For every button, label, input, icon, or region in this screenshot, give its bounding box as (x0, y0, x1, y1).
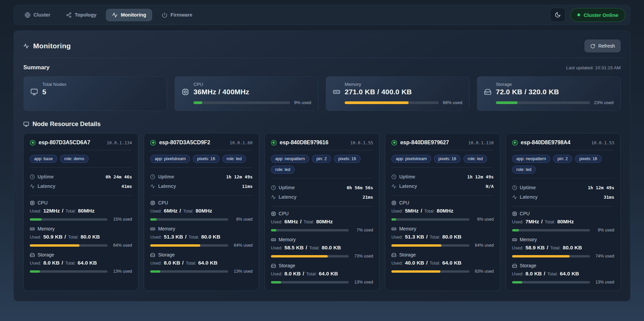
activity-icon (512, 195, 517, 200)
progress-bar-fill (391, 244, 441, 247)
summary-card: Total Nodes 5 (23, 76, 167, 111)
uptime-row: Uptime 0h 24m 46s (30, 172, 132, 181)
memory-label: Memory (158, 226, 175, 231)
node-tags: app: neopattern pin: 2 pixels: 16 role: … (512, 155, 614, 174)
cpu-total-value: 80MHz (437, 208, 453, 214)
memory-used-value: 58.9 KB (526, 245, 545, 251)
progress-bar-fill (150, 244, 200, 247)
cpu-total-value: 80MHz (316, 219, 333, 225)
storage-block: Storage Used: 8.0 KB / Total: 64.0 KB (512, 263, 614, 285)
latency-label: Latency (279, 194, 297, 200)
nav-item-label: Monitoring (121, 12, 146, 18)
summary-grid: Total Nodes 5 CPU (22, 76, 622, 111)
progress-bar-track (271, 281, 349, 283)
activity-icon (150, 184, 155, 189)
cpu-label: CPU (520, 211, 530, 216)
node-tag: role: demo (60, 155, 89, 163)
storage-label: Storage (399, 252, 416, 257)
node-card: esp-807D3A5CD6A7 10.0.1.134 app: base ro… (23, 133, 138, 291)
progress-bar-track (150, 218, 228, 221)
topbar-right: Cluster Online (550, 8, 625, 22)
memory-label: Memory (520, 237, 537, 242)
nav-item[interactable]: Firmware (156, 9, 198, 21)
progress-bar-fill (30, 270, 40, 273)
percent-used-label: 74% used (593, 254, 614, 258)
cpu-label: CPU (38, 200, 48, 205)
globe-icon (25, 12, 30, 18)
summary-card-value: 36MHz / 400MHz (193, 88, 249, 96)
latency-label: Latency (38, 183, 55, 189)
header-divider (22, 58, 622, 58)
memory-block: Memory Used: 51.3 KB / Total: 80.0 KB (150, 226, 252, 248)
node-tags: app: pixelstream pixels: 16 role: led (391, 155, 493, 163)
progress-bar-fill (30, 218, 42, 221)
hard-drive-icon (30, 252, 35, 257)
page-title-wrap: Monitoring (23, 42, 71, 50)
cpu-used-value: 6MHz (284, 219, 298, 225)
node-name: esp-807D3A5CD6A7 (39, 140, 90, 146)
uptime-value: 1h 12m 49s (588, 185, 614, 190)
progress-bar-track (391, 218, 469, 221)
uptime-row: Uptime 1h 12m 49s (391, 172, 493, 181)
memory-used-value: 58.5 KB (284, 245, 304, 251)
cpu-used-value: 5MHz (405, 208, 418, 214)
theme-toggle-button[interactable] (550, 8, 566, 22)
nav-item[interactable]: Monitoring (106, 9, 152, 21)
nav-item[interactable]: Cluster (19, 9, 56, 21)
percent-used-label: 68% used (443, 100, 462, 105)
memory-block: Memory Used: 58.9 KB / Total: 80.0 KB (512, 237, 614, 258)
percent-used-label: 63% used (473, 269, 494, 274)
cpu-block: CPU Used: 6MHz / Total: 80MHz (150, 200, 252, 222)
nav-item[interactable]: Topology (60, 9, 102, 21)
hard-drive-icon (391, 252, 396, 257)
storage-used-value: 8.0 KB (526, 271, 542, 277)
summary-card-label: CPU (182, 82, 311, 87)
divider (391, 195, 493, 196)
storage-block: Storage Used: 8.0 KB / Total: 64.0 KB (271, 263, 373, 285)
monitoring-panel: Monitoring Refresh Summary Last updated:… (14, 30, 630, 301)
hard-drive-icon (484, 88, 491, 96)
storage-total-value: 64.0 KB (319, 271, 338, 277)
progress-bar-track (30, 270, 108, 273)
memory-label: Memory (279, 237, 296, 242)
node-tag: app: base (30, 155, 57, 163)
clock-icon (391, 174, 396, 179)
divider (271, 150, 373, 150)
node-card: esp-840D8E979627 10.0.1.110 app: pixelst… (385, 133, 500, 291)
node-tags: app: pixelstream pixels: 16 role: led (150, 155, 252, 163)
node-name: esp-840D8E979616 (280, 140, 328, 146)
last-updated: Last updated: 10:31:15 AM (566, 65, 621, 70)
divider (391, 150, 493, 150)
memory-total-value: 80.0 KB (322, 245, 341, 251)
progress-bar-track (345, 101, 439, 104)
divider (30, 150, 132, 150)
clock-icon (150, 174, 155, 179)
percent-used-label: 13% used (111, 269, 132, 274)
memory-used-value: 51.3 KB (164, 234, 183, 240)
progress-bar-fill (271, 255, 328, 257)
storage-used-value: 8.0 KB (43, 260, 60, 266)
node-tag: pin: 2 (312, 155, 331, 163)
progress-bar-track (150, 244, 228, 247)
memory-stick-icon (271, 237, 276, 242)
divider (512, 178, 614, 178)
uptime-value: 1h 12m 49s (226, 174, 253, 179)
node-card: esp-840D8E979616 10.0.1.55 app: neopatte… (264, 133, 380, 291)
cpu-label: CPU (158, 200, 168, 205)
node-status-dot-icon (391, 140, 397, 146)
cluster-status-label: Cluster Online (583, 12, 618, 18)
node-details-section: Node Resource Details esp-807D3A5CD6A7 1… (22, 120, 622, 291)
node-ip: 10.0.1.134 (107, 140, 132, 145)
progress-bar-fill (271, 281, 281, 283)
latency-value: 41ms (121, 184, 132, 189)
latency-label: Latency (399, 183, 417, 189)
node-card-header: esp-840D8E979627 10.0.1.110 (391, 140, 493, 146)
summary-usage-bar-row: 9% used (182, 100, 311, 105)
refresh-button[interactable]: Refresh (584, 40, 621, 52)
monitor-icon (23, 121, 29, 127)
memory-used-value: 51.3 KB (405, 234, 424, 240)
panel-header: Monitoring Refresh (22, 38, 622, 58)
uptime-label: Uptime (38, 174, 53, 179)
cpu-block: CPU Used: 5MHz / Total: 80MHz (391, 200, 493, 222)
memory-used-value: 50.9 KB (43, 234, 63, 240)
